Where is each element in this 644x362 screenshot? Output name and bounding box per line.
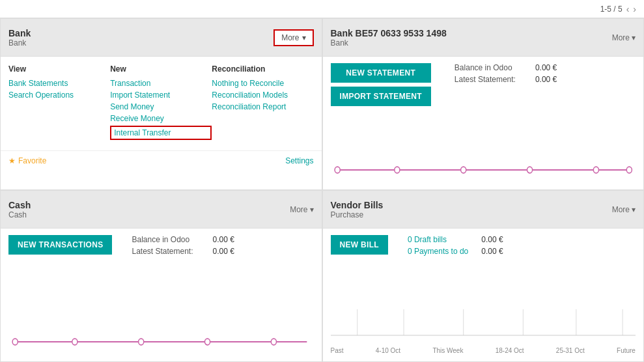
draft-bills-value: 0.00 € xyxy=(481,235,503,244)
cash-timeline: 20 Sep 25 Sep 30 Sep 5 Oct 10 Oct xyxy=(1,322,322,361)
vendor-stats: 0 Draft bills 0.00 € 0 Payments to do 0.… xyxy=(408,235,503,256)
bank-be57-title-block: Bank BE57 0633 9533 1498 Bank xyxy=(331,28,447,48)
svg-point-12 xyxy=(271,339,276,345)
bank-panel-subtitle: Bank xyxy=(8,38,31,48)
cash-balance: Balance in Odoo 0.00 € Latest Statement:… xyxy=(132,235,234,256)
pagination-text: 1-5 / 5 xyxy=(600,5,623,14)
cash-balance-in-odoo-value: 0.00 € xyxy=(213,235,234,244)
vendor-panel-title: Vendor Bills xyxy=(331,200,384,210)
bank-be57-timeline: 20 Sep 25 Sep 30 Sep 5 Oct 10 Oct xyxy=(323,150,644,189)
next-page-btn[interactable]: › xyxy=(633,4,636,14)
svg-point-8 xyxy=(12,339,18,345)
vendor-timeline-label-0: Past xyxy=(331,347,344,354)
svg-point-4 xyxy=(527,167,532,173)
vendor-timeline-label-2: This Week xyxy=(432,347,463,354)
bank-be57-header: Bank BE57 0633 9533 1498 Bank More ▾ xyxy=(323,19,644,57)
balance-in-odoo-row: Balance in Odoo 0.00 € xyxy=(455,63,557,72)
svg-point-11 xyxy=(204,339,210,345)
new-heading: New xyxy=(110,64,212,74)
reconciliation-models-link[interactable]: Reconciliation Models xyxy=(212,90,313,100)
settings-button[interactable]: Settings xyxy=(285,156,313,165)
cash-balance-in-odoo-row: Balance in Odoo 0.00 € xyxy=(132,235,234,244)
pagination: 1-5 / 5 ‹ › xyxy=(600,4,636,14)
main-grid: Bank Bank More ▾ View Bank Statements Se… xyxy=(0,18,644,362)
star-icon: ★ xyxy=(8,156,16,165)
top-bar: 1-5 / 5 ‹ › xyxy=(0,0,644,18)
cash-panel-subtitle: Cash xyxy=(8,210,31,219)
bank-be57-actions: NEW STATEMENT IMPORT STATEMENT xyxy=(331,63,431,106)
bank-panel: Bank Bank More ▾ View Bank Statements Se… xyxy=(0,18,322,190)
bank-panel-title: Bank xyxy=(8,28,31,38)
prev-page-btn[interactable]: ‹ xyxy=(626,4,630,14)
vendor-timeline-label-1: 4-10 Oct xyxy=(376,347,400,354)
bank-statements-link[interactable]: Bank Statements xyxy=(8,79,110,88)
vendor-timeline-label-4: 25-31 Oct xyxy=(556,347,585,354)
latest-statement-value: 0.00 € xyxy=(535,75,557,84)
dropdown-reconciliation-col: Reconciliation Nothing to Reconcile Reco… xyxy=(212,64,313,143)
reconciliation-report-link[interactable]: Reconciliation Report xyxy=(212,102,313,111)
vendor-timeline-label-5: Future xyxy=(617,347,636,354)
cash-more-button[interactable]: More ▾ xyxy=(290,205,313,214)
cash-latest-statement-label: Latest Statement: xyxy=(132,247,193,256)
nothing-reconcile-link[interactable]: Nothing to Reconcile xyxy=(212,79,313,88)
dropdown-footer: ★ Favorite Settings xyxy=(1,151,322,171)
dropdown-view-col: View Bank Statements Search Operations xyxy=(8,64,110,143)
vendor-more-button[interactable]: More ▾ xyxy=(612,205,636,214)
bank-be57-panel: Bank BE57 0633 9533 1498 Bank More ▾ NEW… xyxy=(322,18,645,190)
transaction-link[interactable]: Transaction xyxy=(110,79,212,88)
import-statement-button[interactable]: IMPORT STATEMENT xyxy=(331,87,431,106)
vendor-panel-title-block: Vendor Bills Purchase xyxy=(331,200,384,219)
bank-be57-body: NEW STATEMENT IMPORT STATEMENT Balance i… xyxy=(323,57,644,189)
vendor-timeline-label-3: 18-24 Oct xyxy=(496,347,524,354)
latest-statement-label: Latest Statement: xyxy=(455,75,516,84)
vendor-panel-body: NEW BILL 0 Draft bills 0.00 € 0 Payments… xyxy=(323,229,644,361)
import-statement-link[interactable]: Import Statement xyxy=(110,90,212,100)
bank-panel-title-block: Bank Bank xyxy=(8,28,31,48)
view-heading: View xyxy=(8,64,110,74)
cash-balance-in-odoo-label: Balance in Odoo xyxy=(132,235,189,244)
internal-transfer-link[interactable]: Internal Transfer xyxy=(110,126,212,140)
bank-be57-chart xyxy=(331,150,636,189)
draft-bills-row: 0 Draft bills 0.00 € xyxy=(408,235,503,244)
search-operations-link[interactable]: Search Operations xyxy=(8,90,110,100)
cash-latest-statement-row: Latest Statement: 0.00 € xyxy=(132,247,234,256)
balance-in-odoo-value: 0.00 € xyxy=(535,63,557,72)
cash-latest-statement-value: 0.00 € xyxy=(213,247,234,256)
vendor-chart xyxy=(331,309,636,345)
bank-be57-title: Bank BE57 0633 9533 1498 xyxy=(331,28,447,38)
bank-panel-body: View Bank Statements Search Operations N… xyxy=(1,57,322,189)
svg-point-10 xyxy=(139,339,144,345)
balance-in-odoo-label: Balance in Odoo xyxy=(455,63,512,72)
bank-be57-top-section: NEW STATEMENT IMPORT STATEMENT Balance i… xyxy=(331,63,636,106)
cash-panel-title-block: Cash Cash xyxy=(8,200,31,219)
cash-panel: Cash Cash More ▾ NEW TRANSACTIONS Balanc… xyxy=(0,190,322,362)
svg-point-9 xyxy=(72,339,77,345)
payments-value: 0.00 € xyxy=(481,247,503,256)
vendor-top-section: NEW BILL 0 Draft bills 0.00 € 0 Payments… xyxy=(331,235,636,256)
svg-point-6 xyxy=(626,167,632,173)
new-statement-button[interactable]: NEW STATEMENT xyxy=(331,63,431,83)
bank-dropdown-menu: View Bank Statements Search Operations N… xyxy=(1,57,322,151)
bank-panel-header: Bank Bank More ▾ xyxy=(1,19,322,57)
new-transactions-button[interactable]: NEW TRANSACTIONS xyxy=(8,235,112,255)
cash-panel-header: Cash Cash More ▾ xyxy=(1,191,322,229)
vendor-panel-header: Vendor Bills Purchase More ▾ xyxy=(323,191,644,229)
new-bill-button[interactable]: NEW BILL xyxy=(331,235,388,255)
draft-bills-label: 0 Draft bills xyxy=(408,235,447,244)
vendor-panel: Vendor Bills Purchase More ▾ NEW BILL 0 … xyxy=(322,190,645,362)
cash-chart xyxy=(8,322,314,361)
vendor-timeline-labels: Past 4-10 Oct This Week 18-24 Oct 25-31 … xyxy=(331,347,636,357)
payments-row: 0 Payments to do 0.00 € xyxy=(408,247,503,256)
receive-money-link[interactable]: Receive Money xyxy=(110,114,212,123)
bank-more-button[interactable]: More ▾ xyxy=(273,29,313,46)
send-money-link[interactable]: Send Money xyxy=(110,102,212,111)
cash-panel-title: Cash xyxy=(8,200,31,210)
vendor-panel-subtitle: Purchase xyxy=(331,210,384,219)
svg-point-3 xyxy=(460,167,466,173)
cash-top-section: NEW TRANSACTIONS Balance in Odoo 0.00 € … xyxy=(8,235,314,256)
bank-be57-more-button[interactable]: More ▾ xyxy=(612,33,636,42)
favorite-button[interactable]: ★ Favorite xyxy=(8,156,46,165)
cash-panel-body: NEW TRANSACTIONS Balance in Odoo 0.00 € … xyxy=(1,229,322,361)
svg-point-2 xyxy=(394,167,399,173)
dropdown-new-col: New Transaction Import Statement Send Mo… xyxy=(110,64,212,143)
